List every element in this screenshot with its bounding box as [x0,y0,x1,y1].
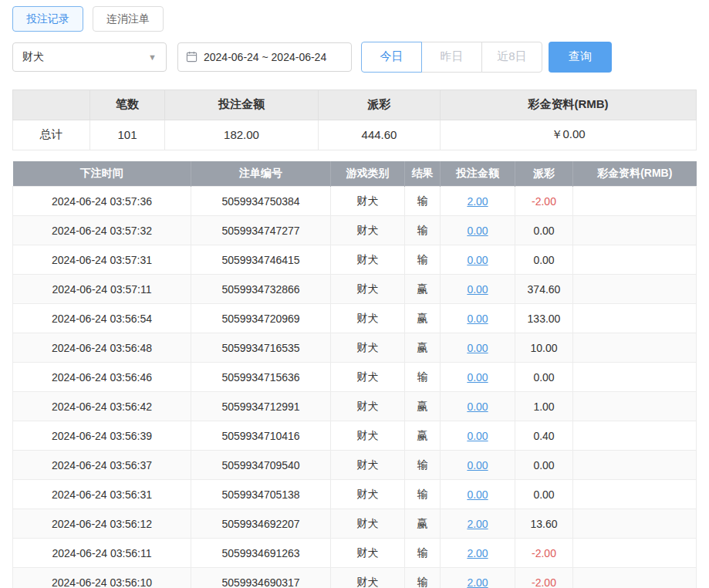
bet-amount-cell: 0.00 [441,421,515,451]
bet-time-cell: 2024-06-24 03:57:31 [13,245,191,275]
game-type-cell: 财犬 [331,451,405,480]
result-cell: 赢 [405,392,441,421]
game-type-cell: 财犬 [331,568,405,588]
bet-amount-link[interactable]: 0.00 [467,225,488,237]
bet-records-page: 投注记录 连消注单 财犬 ▼ 2024-06-24 ~ 2024-06-24 今… [0,0,709,588]
summary-total-payout: 444.60 [319,120,441,150]
result-cell: 输 [405,363,441,392]
summary-header-empty [13,90,90,120]
order-id-cell: 5059934691263 [191,539,331,568]
bet-time-cell: 2024-06-24 03:56:11 [13,539,191,568]
table-row: 2024-06-24 03:56:105059934690317财犬输2.00-… [13,568,697,588]
bet-amount-link[interactable]: 0.00 [467,283,488,296]
bet-amount-link[interactable]: 0.00 [467,488,488,501]
result-cell: 赢 [405,421,441,451]
bet-amount-link[interactable]: 0.00 [467,313,488,325]
payout-cell: 0.40 [515,421,573,451]
payout-cell: 10.00 [515,333,573,363]
bet-amount-cell: 0.00 [441,304,515,333]
bet-time-cell: 2024-06-24 03:56:10 [13,568,191,588]
bonus-cell [573,363,697,392]
bet-time-cell: 2024-06-24 03:56:42 [13,392,191,421]
table-row: 2024-06-24 03:57:365059934750384财犬输2.00-… [13,187,697,216]
bet-amount-cell: 0.00 [441,480,515,509]
bet-amount-cell: 0.00 [441,392,515,421]
game-type-cell: 财犬 [331,539,405,568]
bonus-cell [573,275,697,304]
table-row: 2024-06-24 03:56:125059934692207财犬赢2.001… [13,509,697,539]
bet-amount-link[interactable]: 2.00 [467,547,488,559]
order-id-cell: 5059934746415 [191,245,331,275]
today-button[interactable]: 今日 [361,42,422,73]
bet-amount-cell: 0.00 [441,245,515,275]
bet-time-cell: 2024-06-24 03:56:37 [13,451,191,480]
result-cell: 输 [405,451,441,480]
bet-time-cell: 2024-06-24 03:57:32 [13,216,191,245]
order-id-cell: 5059934750384 [191,187,331,216]
date-range-picker[interactable]: 2024-06-24 ~ 2024-06-24 [177,42,352,72]
game-type-cell: 财犬 [331,480,405,509]
last-8-days-button[interactable]: 近8日 [481,42,542,73]
bonus-cell [573,539,697,568]
result-cell: 赢 [405,333,441,363]
game-type-cell: 财犬 [331,363,405,392]
tab-bet-records[interactable]: 投注记录 [12,6,83,32]
order-id-cell: 5059934747277 [191,216,331,245]
table-row: 2024-06-24 03:57:315059934746415财犬输0.000… [13,245,697,275]
payout-value: 0.00 [533,371,554,384]
order-id-cell: 5059934692207 [191,509,331,539]
bet-amount-link[interactable]: 0.00 [467,400,488,413]
bet-time-cell: 2024-06-24 03:56:46 [13,363,191,392]
game-type-cell: 财犬 [331,509,405,539]
bonus-cell [573,333,697,363]
game-select[interactable]: 财犬 ▼ [12,42,167,72]
result-cell: 输 [405,245,441,275]
bet-amount-cell: 2.00 [441,509,515,539]
payout-value: 374.60 [528,283,561,296]
bet-amount-cell: 2.00 [441,539,515,568]
payout-cell: 0.00 [515,245,573,275]
order-id-cell: 5059934715636 [191,363,331,392]
summary-header-payout: 派彩 [319,90,441,120]
bet-time-cell: 2024-06-24 03:56:48 [13,333,191,363]
result-cell: 输 [405,568,441,588]
bet-amount-link[interactable]: 0.00 [467,430,488,442]
bonus-cell [573,216,697,245]
summary-table: 笔数 投注金额 派彩 彩金资料(RMB) 总计 101 182.00 444.6… [12,90,697,150]
game-select-value: 财犬 [22,50,44,64]
header-bonus: 彩金资料(RMB) [573,161,697,187]
game-type-cell: 财犬 [331,245,405,275]
bet-amount-cell: 0.00 [441,275,515,304]
payout-cell: 13.60 [515,509,573,539]
payout-value: 13.60 [530,518,557,530]
search-button[interactable]: 查询 [549,42,612,73]
result-cell: 赢 [405,509,441,539]
payout-value: 0.40 [533,430,554,442]
bet-amount-cell: 2.00 [441,187,515,216]
bet-time-cell: 2024-06-24 03:56:31 [13,480,191,509]
result-cell: 赢 [405,275,441,304]
bonus-cell [573,421,697,451]
bet-amount-link[interactable]: 0.00 [467,342,488,354]
bet-amount-cell: 0.00 [441,333,515,363]
bet-time-cell: 2024-06-24 03:56:12 [13,509,191,539]
order-id-cell: 5059934690317 [191,568,331,588]
bet-amount-link[interactable]: 2.00 [467,576,488,588]
order-id-cell: 5059934716535 [191,333,331,363]
bet-amount-link[interactable]: 0.00 [467,371,488,384]
table-row: 2024-06-24 03:57:325059934747277财犬输0.000… [13,216,697,245]
payout-cell: 374.60 [515,275,573,304]
tab-cancelled-orders[interactable]: 连消注单 [93,6,164,32]
bet-amount-link[interactable]: 2.00 [467,518,488,530]
bet-amount-link[interactable]: 0.00 [467,254,488,266]
summary-total-label: 总计 [13,120,90,150]
table-row: 2024-06-24 03:56:465059934715636财犬输0.000… [13,363,697,392]
bet-amount-link[interactable]: 2.00 [467,195,488,208]
header-order-id: 注单编号 [191,161,331,187]
payout-value: 133.00 [528,313,561,325]
yesterday-button[interactable]: 昨日 [421,42,482,73]
bet-amount-link[interactable]: 0.00 [467,459,488,471]
bet-amount-cell: 0.00 [441,451,515,480]
game-type-cell: 财犬 [331,187,405,216]
payout-value: -2.00 [532,547,556,559]
